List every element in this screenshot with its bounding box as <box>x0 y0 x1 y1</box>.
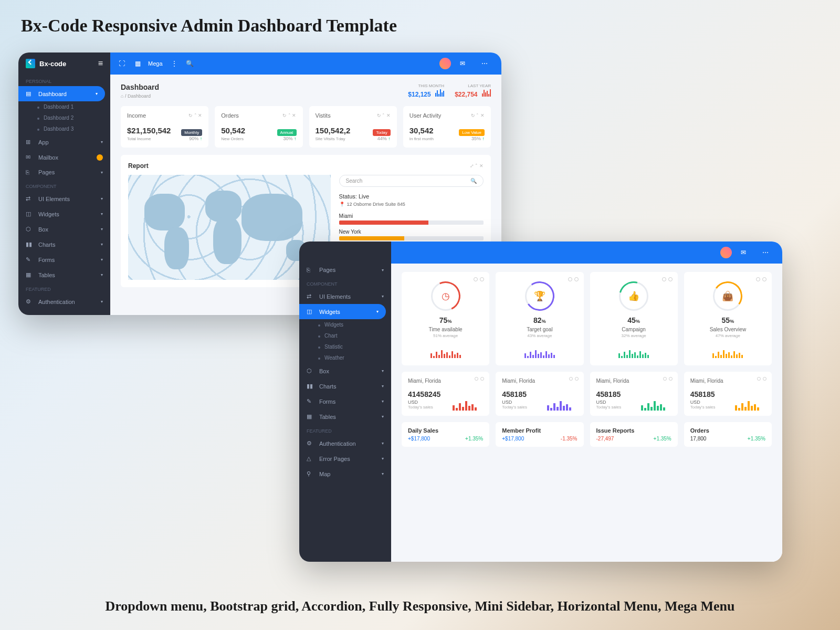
ring-percent: 82% <box>503 316 576 324</box>
topbar-2: ✉ ⋯ <box>391 242 782 264</box>
ring-card: 👍 45% Campaign 32% average <box>590 272 678 365</box>
stat-this-month: THIS MONTH $12,125 <box>408 83 444 99</box>
card-dots[interactable] <box>475 377 484 381</box>
fullscreen-icon[interactable]: ⛶ <box>117 58 127 69</box>
overflow-icon[interactable]: ⋯ <box>479 58 490 69</box>
page-footer: Dropdown menu, Bootstrap grid, Accordion… <box>0 598 840 614</box>
mail-icon-top[interactable]: ✉ <box>738 247 749 258</box>
sidebar-item-charts-2[interactable]: ▮▮Charts▾ <box>299 379 391 394</box>
stat-card: Orders↻ ˄ ✕ 50,542 New Orders Annual 30%… <box>215 106 302 148</box>
sidebar-sub-dash3[interactable]: Dashboard 3 <box>18 123 110 134</box>
sidebar-item-mailbox[interactable]: ✉Mailbox <box>18 150 110 165</box>
sidebar-item-errors-2[interactable]: △Error Pages▾ <box>299 451 391 466</box>
ring-card: 🏆 82% Target goal 43% average <box>496 272 583 365</box>
sidebar-item-forms-2[interactable]: ✎Forms▾ <box>299 394 391 409</box>
summary-card: Member Profit +$17,800-1.35% <box>496 422 583 447</box>
card-dots[interactable] <box>756 277 766 281</box>
location-name: Miami, Florida <box>502 378 577 384</box>
sidebar-item-dashboard[interactable]: ▤Dashboard▾ <box>18 86 105 101</box>
sidebar-item-pages-2[interactable]: ⎘Pages▾ <box>299 262 391 277</box>
sidebar-item-tables-2[interactable]: ▦Tables▾ <box>299 409 391 424</box>
sidebar-item-app[interactable]: ⊞App▾ <box>18 134 110 150</box>
more-icon[interactable]: ⋮ <box>169 58 180 69</box>
mail-icon-top[interactable]: ✉ <box>457 58 468 69</box>
progress-ring: 👍 <box>619 281 648 311</box>
ring-avg: 32% average <box>597 333 670 338</box>
card-badge: Monthly <box>181 129 202 136</box>
card-dots[interactable] <box>474 277 484 281</box>
mega-menu-button[interactable]: Mega <box>148 60 163 67</box>
location-card: Miami, Florida 458185 USD Today's sales <box>590 372 678 416</box>
location-name: Miami, Florida <box>596 378 671 384</box>
sparkline <box>409 342 482 358</box>
app-icon: ⊞ <box>26 139 33 145</box>
sidebar-sub-widgets[interactable]: Widgets <box>299 319 391 330</box>
sidebar-item-box-2[interactable]: ⬡Box▾ <box>299 363 391 379</box>
card-dots[interactable] <box>663 377 673 381</box>
brand-header: Bx-code ≡ <box>18 52 110 75</box>
sidebar-sub-statistic[interactable]: Statistic <box>299 341 391 352</box>
sidebar-item-box[interactable]: ⬡Box▾ <box>18 222 110 237</box>
box-icon: ⬡ <box>26 226 33 233</box>
sidebar-item-charts[interactable]: ▮▮Charts▾ <box>18 237 110 252</box>
sidebar-sub-dash2[interactable]: Dashboard 2 <box>18 112 110 123</box>
ring-avg: 43% average <box>503 333 576 338</box>
sidebar-item-auth-2[interactable]: ⚙Authentication▾ <box>299 436 391 451</box>
card-controls[interactable]: ↻ ˄ ✕ <box>377 113 391 118</box>
dashboard-icon: ▤ <box>26 90 33 97</box>
card-badge: Today <box>373 129 390 136</box>
sidebar-item-widgets[interactable]: ◫Widgets▾ <box>18 206 110 222</box>
progress-ring: 👜 <box>713 281 742 311</box>
report-controls[interactable]: ⤢ ˄ ✕ <box>470 163 484 169</box>
sidebar-sub-chart[interactable]: Chart <box>299 330 391 341</box>
card-dots[interactable] <box>569 377 579 381</box>
sidebar-item-forms[interactable]: ✎Forms▾ <box>18 252 110 267</box>
sidebar-sub-dash1[interactable]: Dashboard 1 <box>18 101 110 112</box>
stat-card: User Activity↻ ˄ ✕ 30,542 In first month… <box>403 106 491 148</box>
card-percent: 90% ↑ <box>189 136 202 141</box>
sidebar-item-errors[interactable]: △Error Pages▾ <box>18 309 110 315</box>
ring-percent: 75% <box>409 316 482 324</box>
sidebar-sub-weather[interactable]: Weather <box>299 352 391 363</box>
sidebar-item-ui[interactable]: ⇄UI Elements▾ <box>18 191 110 206</box>
ring-percent: 55% <box>691 316 764 324</box>
status-text: Status: Live <box>339 193 484 200</box>
card-dots[interactable] <box>662 277 673 281</box>
sparkline-icon <box>435 88 444 97</box>
avatar[interactable] <box>720 247 732 258</box>
card-controls[interactable]: ↻ ˄ ✕ <box>282 113 296 118</box>
report-title: Report <box>128 162 149 170</box>
ring-icon: 🏆 <box>534 290 545 302</box>
sparkline <box>597 342 670 358</box>
box-icon: ⬡ <box>307 368 314 374</box>
card-percent: 44% ↑ <box>377 136 391 141</box>
card-dots[interactable] <box>757 377 766 381</box>
sidebar-item-auth[interactable]: ⚙Authentication▾ <box>18 294 110 309</box>
card-title: User Activity <box>410 112 442 119</box>
grid-icon[interactable]: ▦ <box>132 58 143 69</box>
ring-card: ◷ 75% Time available 51% average <box>402 272 489 365</box>
card-controls[interactable]: ↻ ˄ ✕ <box>188 113 202 118</box>
stat-card: Vistits↻ ˄ ✕ 150,542,2 Site Vitsits Tday… <box>309 106 397 148</box>
sidebar-item-map-2[interactable]: ⚲Map▾ <box>299 466 391 481</box>
sidebar-item-widgets-2[interactable]: ◫Widgets▾ <box>299 304 386 319</box>
city-progress <box>339 236 484 240</box>
menu-toggle-icon[interactable]: ≡ <box>98 59 103 68</box>
summary-title: Issue Reports <box>596 427 671 434</box>
ring-percent: 45% <box>597 316 670 324</box>
card-dots[interactable] <box>568 277 579 281</box>
city-progress <box>339 220 484 225</box>
ring-label: Sales Overview <box>691 327 764 332</box>
avatar[interactable] <box>439 58 451 69</box>
search-icon[interactable]: 🔍 <box>185 58 195 69</box>
address-text: 📍12 Osborne Drive Suite 845 <box>339 202 484 207</box>
report-search-input[interactable]: Search🔍 <box>339 175 484 187</box>
sidebar-item-tables[interactable]: ▦Tables▾ <box>18 267 110 282</box>
ring-icon: 👍 <box>628 290 639 302</box>
pages-icon: ⎘ <box>26 169 33 175</box>
ring-icon: 👜 <box>722 290 733 302</box>
overflow-icon[interactable]: ⋯ <box>760 247 771 258</box>
sidebar-item-pages[interactable]: ⎘Pages▾ <box>18 165 110 180</box>
card-controls[interactable]: ↻ ˄ ✕ <box>471 113 485 118</box>
sidebar-item-ui-2[interactable]: ⇄UI Elements▾ <box>299 289 391 304</box>
